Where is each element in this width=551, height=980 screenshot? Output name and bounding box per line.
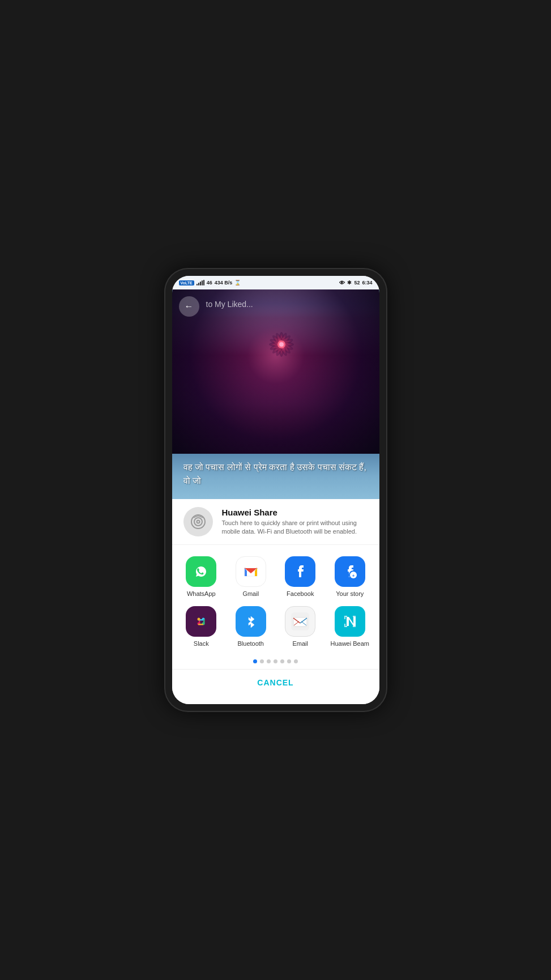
dot-0 bbox=[253, 659, 257, 663]
back-arrow-icon: ← bbox=[185, 302, 194, 311]
slack-icon bbox=[186, 606, 216, 637]
svg-text:+: + bbox=[352, 573, 354, 578]
back-button[interactable]: ← bbox=[179, 296, 199, 317]
svg-rect-26 bbox=[203, 619, 205, 624]
app-item-slack[interactable]: Slack bbox=[177, 602, 227, 651]
phone-screen: VoLTE 46 434 B/s ⌛ 👁 ✱ 52 bbox=[172, 276, 379, 704]
hourglass-icon: ⌛ bbox=[234, 280, 241, 286]
svg-point-9 bbox=[279, 342, 284, 347]
status-left: VoLTE 46 434 B/s ⌛ bbox=[179, 280, 241, 286]
app-item-bluetooth[interactable]: Bluetooth bbox=[226, 602, 276, 651]
huawei-beam-icon bbox=[335, 606, 365, 637]
dot-2 bbox=[267, 659, 271, 663]
app-item-facebook[interactable]: Facebook bbox=[276, 552, 326, 602]
signal-strength: 46 bbox=[207, 280, 212, 286]
whatsapp-label: WhatsApp bbox=[187, 590, 216, 597]
time-display: 6:34 bbox=[362, 280, 372, 286]
content-area: ← to My Liked... वह जो पचास लोगों से प्र… bbox=[172, 289, 379, 704]
svg-point-11 bbox=[194, 518, 202, 526]
huawei-beam-label: Huawei Beam bbox=[331, 640, 369, 647]
apps-grid: WhatsApp bbox=[172, 545, 379, 656]
svg-rect-36 bbox=[341, 612, 359, 630]
share-sheet: Huawei Share Touch here to quickly share… bbox=[172, 499, 379, 704]
facebook-label: Facebook bbox=[287, 590, 314, 597]
svg-rect-28 bbox=[198, 624, 203, 625]
bar2 bbox=[198, 283, 199, 286]
dot-1 bbox=[260, 659, 264, 663]
pagination-dots bbox=[172, 656, 379, 669]
huawei-share-title: Huawei Share bbox=[222, 508, 368, 517]
text-section: वह जो पचास लोगों से प्रेम करता है उसके प… bbox=[172, 454, 379, 499]
phone-shell: VoLTE 46 434 B/s ⌛ 👁 ✱ 52 bbox=[165, 269, 386, 711]
huawei-text-wrap: Huawei Share Touch here to quickly share… bbox=[222, 508, 368, 536]
image-title: to My Liked... bbox=[206, 300, 253, 309]
app-item-email[interactable]: Email bbox=[276, 602, 326, 651]
gmail-label: Gmail bbox=[242, 590, 259, 597]
battery-level: 52 bbox=[354, 280, 360, 286]
signal-bars bbox=[197, 280, 204, 286]
email-icon bbox=[285, 606, 315, 637]
svg-point-10 bbox=[191, 515, 205, 529]
svg-rect-31 bbox=[293, 617, 307, 627]
bar1 bbox=[197, 284, 198, 286]
hindi-quote: वह जो पचास लोगों से प्रेम करता है उसके प… bbox=[183, 461, 368, 488]
email-label: Email bbox=[292, 640, 308, 647]
huawei-share-row[interactable]: Huawei Share Touch here to quickly share… bbox=[172, 499, 379, 545]
bar3 bbox=[200, 282, 201, 286]
cancel-label: CANCEL bbox=[257, 678, 293, 687]
svg-point-27 bbox=[198, 618, 200, 621]
volte-badge: VoLTE bbox=[179, 280, 194, 286]
bar5 bbox=[203, 280, 204, 286]
cancel-button[interactable]: CANCEL bbox=[172, 669, 379, 696]
image-section: ← to My Liked... bbox=[172, 289, 379, 454]
dot-3 bbox=[274, 659, 277, 663]
bluetooth-label: Bluetooth bbox=[238, 640, 264, 647]
app-item-gmail[interactable]: Gmail bbox=[226, 552, 276, 602]
svg-point-12 bbox=[197, 521, 199, 523]
eye-icon: 👁 bbox=[339, 280, 345, 286]
fb-story-icon: + bbox=[335, 556, 365, 587]
gmail-icon bbox=[236, 556, 266, 587]
bluetooth-icon bbox=[236, 606, 266, 637]
status-bar: VoLTE 46 434 B/s ⌛ 👁 ✱ 52 bbox=[172, 276, 379, 289]
huawei-share-desc: Touch here to quickly share or print wit… bbox=[222, 519, 368, 536]
dot-6 bbox=[294, 659, 298, 663]
app-item-huawei-beam[interactable]: Huawei Beam bbox=[325, 602, 375, 651]
huawei-share-icon bbox=[183, 507, 213, 536]
dot-5 bbox=[287, 659, 291, 663]
mandala-image bbox=[253, 316, 298, 361]
bt-status-icon: ✱ bbox=[347, 280, 352, 286]
svg-rect-20 bbox=[192, 612, 210, 630]
app-item-whatsapp[interactable]: WhatsApp bbox=[177, 552, 227, 602]
your-story-label: Your story bbox=[336, 590, 364, 597]
facebook-icon bbox=[285, 556, 315, 587]
data-speed: 434 B/s bbox=[215, 280, 233, 286]
bar4 bbox=[202, 280, 203, 286]
app-item-your-story[interactable]: + Your story bbox=[325, 552, 375, 602]
slack-label: Slack bbox=[194, 640, 209, 647]
dot-4 bbox=[280, 659, 284, 663]
status-right: 👁 ✱ 52 6:34 bbox=[339, 280, 372, 286]
whatsapp-icon bbox=[186, 556, 216, 587]
